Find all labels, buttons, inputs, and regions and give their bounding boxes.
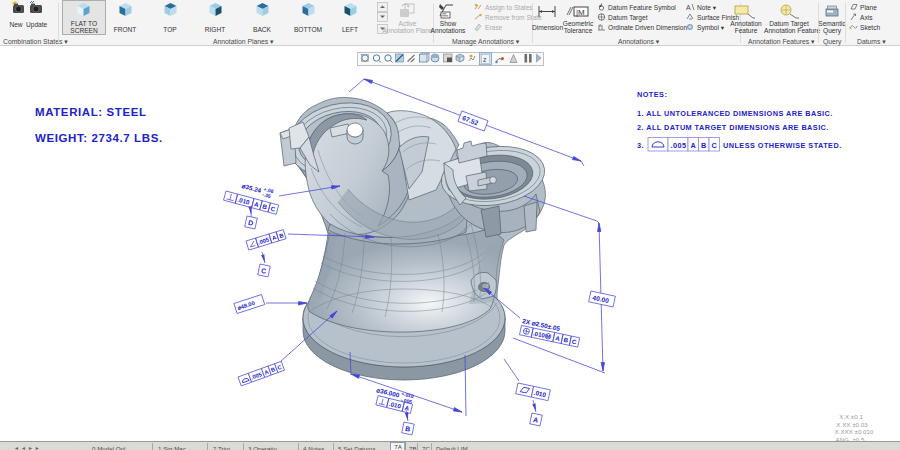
svg-text:z: z [483,56,487,63]
svg-text:X.X ±0.1: X.X ±0.1 [839,413,863,420]
svg-text:1. ALL UNTOLERANCED DIMENSION: 1. ALL UNTOLERANCED DIMENSIONS ARE BASIC… [637,109,833,118]
svg-text:3.: 3. [637,141,644,150]
svg-text:A: A [254,200,261,208]
svg-text:MATERIAL: STEEL: MATERIAL: STEEL [35,106,147,118]
svg-text:B: B [262,202,269,210]
svg-text:WEIGHT: 2734.7 LBS.: WEIGHT: 2734.7 LBS. [35,132,163,144]
svg-text:-8: -8 [598,24,601,28]
svg-text:A: A [686,4,691,11]
svg-text:C: C [270,205,277,213]
svg-text:NOTES:: NOTES: [637,90,667,99]
svg-text:C: C [571,338,577,346]
svg-text:UNLESS OTHERWISE STATED.: UNLESS OTHERWISE STATED. [723,141,842,150]
svg-text:-.05: -.05 [262,191,272,199]
svg-text:C: C [712,141,718,150]
svg-text:B: B [563,336,569,344]
svg-text:X.XX ±0.03: X.XX ±0.03 [836,421,868,428]
svg-text:A: A [404,404,411,412]
svg-text:X.XXX ±0.010: X.XXX ±0.010 [835,428,874,435]
svg-text:⌀35.24: ⌀35.24 [241,182,262,194]
svg-text:⌀36.000: ⌀36.000 [376,386,401,399]
svg-text:A: A [555,334,561,342]
svg-text:B: B [278,232,284,239]
svg-text:|M: |M [576,8,585,17]
svg-text:A: A [691,141,697,150]
svg-text:▲: ▲ [598,3,602,8]
svg-text:.005: .005 [671,141,687,150]
svg-text:2. ALL DATUM TARGET DIMENSION: 2. ALL DATUM TARGET DIMENSIONS ARE BASIC… [637,123,829,132]
svg-text:B: B [701,141,707,150]
